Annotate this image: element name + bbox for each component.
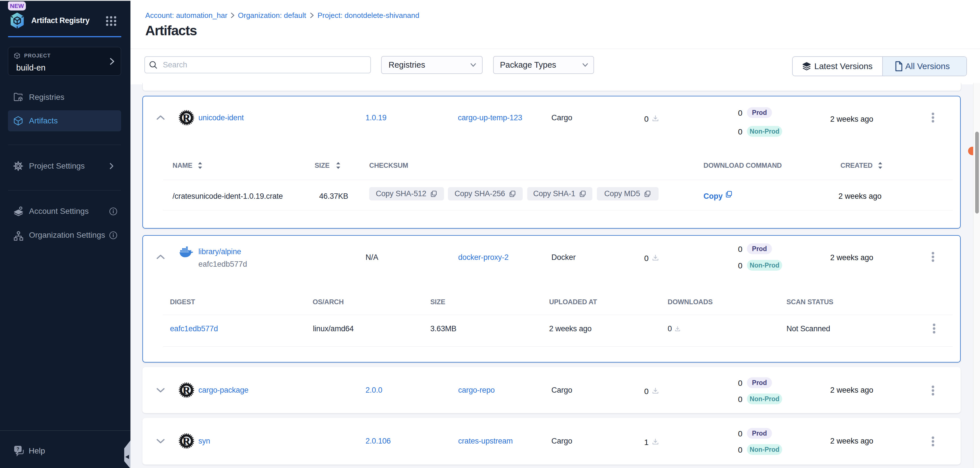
svg-text:R: R (183, 435, 191, 447)
svg-text:R: R (183, 384, 191, 396)
svg-text:?: ? (16, 446, 19, 452)
svg-text:R: R (183, 112, 191, 124)
